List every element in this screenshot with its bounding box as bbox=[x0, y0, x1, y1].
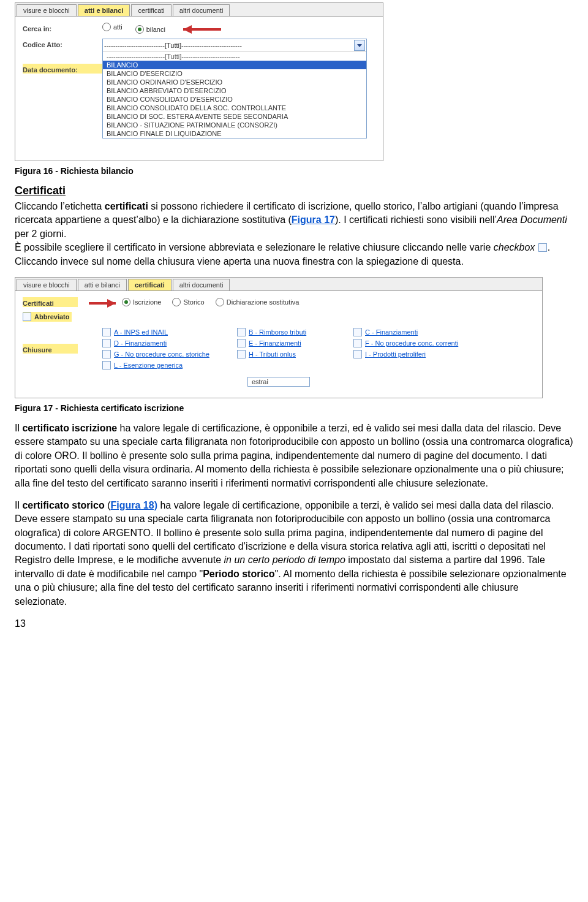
radio-iscrizione-label: Iscrizione bbox=[133, 298, 161, 306]
figure-17-screenshot: visure e blocchi atti e bilanci certific… bbox=[15, 277, 543, 398]
select-codice-atto[interactable]: ---------------------------[Tutti]------… bbox=[102, 39, 367, 138]
paragraph-cert-storico: Il certificato storico (Figura 18) ha va… bbox=[15, 499, 573, 608]
radio-storico-label: Storico bbox=[183, 298, 204, 306]
chk-e[interactable]: E - Finanziamenti bbox=[237, 339, 334, 347]
radio-bilanci[interactable]: bilanci bbox=[135, 25, 165, 34]
link-figura-17[interactable]: Figura 17 bbox=[292, 214, 335, 225]
figure-16-screenshot: visure e blocchi atti e bilanci certific… bbox=[15, 2, 383, 161]
chk-b[interactable]: B - Rimborso tributi bbox=[237, 328, 334, 336]
estrai-button[interactable] bbox=[247, 377, 310, 387]
tab-atti-bilanci[interactable]: atti e bilanci bbox=[78, 4, 130, 16]
radio-dichiarazione[interactable]: Dichiarazione sostitutiva bbox=[216, 298, 300, 306]
tab-certificati[interactable]: certificati bbox=[131, 4, 171, 16]
radio-bilanci-label: bilanci bbox=[146, 26, 165, 33]
label-chiusure: Chiusure bbox=[23, 344, 78, 354]
tab-altri[interactable]: altri documenti bbox=[173, 4, 230, 16]
label-cerca-in: Cerca in: bbox=[23, 23, 102, 32]
tab-certificati[interactable]: certificati bbox=[128, 279, 172, 290]
arrow-annotation-icon bbox=[183, 25, 231, 31]
select-opt[interactable]: BILANCIO FINALE DI LIQUIDAZIONE bbox=[103, 129, 366, 138]
tabs-row-17: visure e blocchi atti e bilanci certific… bbox=[15, 278, 542, 291]
heading-certificati: Certificati bbox=[15, 184, 573, 197]
select-opt[interactable]: BILANCIO CONSOLIDATO DELLA SOC. CONTROLL… bbox=[103, 104, 366, 112]
select-opt-bilancio[interactable]: BILANCIO bbox=[103, 61, 366, 69]
paragraph-cert-iscrizione: Il certificato iscrizione ha valore lega… bbox=[15, 422, 573, 490]
figure-16-caption: Figura 16 - Richiesta bilancio bbox=[15, 166, 573, 176]
chk-f[interactable]: F - No procedure conc. correnti bbox=[353, 339, 487, 347]
radio-dich-label: Dichiarazione sostitutiva bbox=[227, 298, 300, 306]
radio-atti-label: atti bbox=[113, 23, 123, 31]
label-data-documento: Data documento: bbox=[23, 64, 102, 74]
tab-visure[interactable]: visure e blocchi bbox=[17, 279, 77, 290]
svg-marker-3 bbox=[107, 299, 116, 308]
chk-i[interactable]: I - Prodotti petroliferi bbox=[353, 350, 487, 358]
label-codice-atto: Codice Atto: bbox=[23, 39, 102, 48]
select-opt[interactable]: BILANCIO D'ESERCIZIO bbox=[103, 69, 366, 78]
select-opt[interactable]: BILANCIO ORDINARIO D'ESERCIZIO bbox=[103, 78, 366, 86]
tab-visure[interactable]: visure e blocchi bbox=[17, 4, 77, 16]
radio-storico[interactable]: Storico bbox=[172, 298, 204, 306]
radio-iscrizione[interactable]: Iscrizione bbox=[122, 298, 161, 306]
chk-a[interactable]: A - INPS ed INAIL bbox=[102, 328, 217, 336]
tabs-row: visure e blocchi atti e bilanci certific… bbox=[15, 3, 383, 17]
label-certificati: Certificati bbox=[23, 297, 78, 307]
dropdown-icon[interactable] bbox=[354, 40, 365, 51]
chk-d[interactable]: D - Finanziamenti bbox=[102, 339, 217, 347]
page-number: 13 bbox=[15, 618, 573, 629]
select-opt[interactable]: BILANCIO - SITUAZIONE PATRIMONIALE (CONS… bbox=[103, 121, 366, 129]
chk-l[interactable]: L - Esenzione generica bbox=[102, 361, 217, 370]
select-sub-tutti[interactable]: --------------------------[Tutti]-------… bbox=[103, 52, 366, 61]
tab-altri[interactable]: altri documenti bbox=[173, 279, 230, 290]
abbreviato-label: Abbreviato bbox=[34, 313, 69, 320]
checkbox-glyph-icon bbox=[538, 243, 547, 252]
chk-h[interactable]: H - Tributi onlus bbox=[237, 350, 334, 358]
radio-atti[interactable]: atti bbox=[102, 23, 123, 31]
select-head-text: ---------------------------[Tutti]------… bbox=[104, 42, 354, 49]
svg-marker-1 bbox=[183, 25, 192, 34]
select-opt[interactable]: BILANCIO ABBREVIATO D'ESERCIZIO bbox=[103, 86, 366, 95]
figure-17-caption: Figura 17 - Richiesta certificato iscriz… bbox=[15, 403, 573, 413]
arrow-annotation-icon bbox=[83, 299, 116, 305]
tab-atti-bilanci[interactable]: atti e bilanci bbox=[78, 279, 127, 290]
link-figura-18[interactable]: Figura 18) bbox=[111, 500, 157, 510]
chk-g[interactable]: G - No procedure conc. storiche bbox=[102, 350, 217, 358]
paragraph-certificati-intro: Cliccando l’etichetta certificati si pos… bbox=[15, 200, 573, 268]
select-opt[interactable]: BILANCIO DI SOC. ESTERA AVENTE SEDE SECO… bbox=[103, 112, 366, 121]
chk-c[interactable]: C - Finanziamenti bbox=[353, 328, 487, 336]
select-opt[interactable]: BILANCIO CONSOLIDATO D'ESERCIZIO bbox=[103, 95, 366, 104]
checkbox-abbreviato[interactable]: Abbreviato bbox=[23, 312, 72, 322]
